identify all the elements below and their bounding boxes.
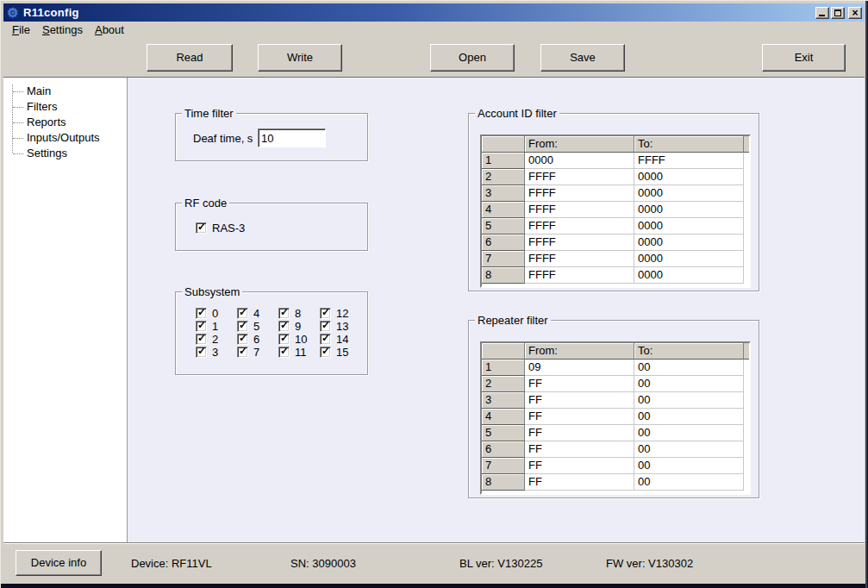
repeater-row-2-number[interactable]: 2 [482,376,525,392]
account-row-8-to[interactable]: 0000 [634,267,744,284]
checkbox-checked-icon[interactable] [196,308,207,319]
subsystem-checkbox-0[interactable]: 0 [196,307,237,320]
subsystem-checkbox-3[interactable]: 3 [196,346,237,359]
ras3-checkbox[interactable]: RAS-3 [196,222,245,235]
repeater-row-3-to[interactable]: 00 [634,392,744,409]
minimize-button[interactable] [815,7,829,19]
checkbox-checked-icon[interactable] [278,334,290,345]
subsystem-checkbox-2[interactable]: 2 [196,333,237,346]
menu-item-settings[interactable]: Settings [36,22,89,37]
repeater-row-2-to[interactable]: 00 [634,376,744,392]
account-row-6-from[interactable]: FFFF [525,235,634,251]
sidebar-item-filters[interactable]: Filters [3,99,127,115]
subsystem-checkbox-6[interactable]: 6 [237,333,278,346]
save-button[interactable]: Save [540,44,625,72]
repeater-row-5-number[interactable]: 5 [482,425,525,441]
repeater-row-5-to[interactable]: 00 [634,425,744,441]
sidebar-item-inputs-outputs[interactable]: Inputs/Outputs [3,130,127,146]
repeater-row-8-to[interactable]: 00 [634,474,744,491]
account-row-4-to[interactable]: 0000 [634,202,744,218]
checkbox-checked-icon[interactable] [278,347,290,358]
subsystem-checkbox-10[interactable]: 10 [278,333,320,346]
repeater-row-4-from[interactable]: FF [525,409,634,425]
subsystem-checkbox-14[interactable]: 14 [320,333,361,346]
checkbox-checked-icon[interactable] [320,334,331,345]
subsystem-checkbox-12[interactable]: 12 [320,307,361,320]
repeater-row-5-from[interactable]: FF [525,425,634,441]
repeater-row-3-number[interactable]: 3 [482,392,525,409]
subsystem-checkbox-7[interactable]: 7 [237,346,278,359]
repeater-row-6-from[interactable]: FF [525,441,634,458]
read-button[interactable]: Read [147,44,233,72]
exit-button[interactable]: Exit [762,44,846,72]
subsystem-checkbox-5[interactable]: 5 [237,320,278,333]
account-row-4-number[interactable]: 4 [482,202,525,218]
subsystem-checkbox-4[interactable]: 4 [237,307,278,320]
account-row-7-number[interactable]: 7 [482,251,525,267]
account-row-3-number[interactable]: 3 [482,185,525,202]
checkbox-checked-icon[interactable] [237,334,248,345]
repeater-row-7-number[interactable]: 7 [482,458,525,474]
checkbox-checked-icon[interactable] [320,347,331,358]
subsystem-checkbox-13[interactable]: 13 [320,320,361,333]
account-row-2-to[interactable]: 0000 [634,169,744,185]
checkbox-checked-icon[interactable] [320,308,331,319]
checkbox-checked-icon[interactable] [196,347,207,358]
repeater-row-6-number[interactable]: 6 [482,441,525,458]
account-row-5-number[interactable]: 5 [482,218,525,235]
account-row-1-number[interactable]: 1 [482,153,525,169]
account-row-1-from[interactable]: 0000 [525,153,634,169]
device-info-button[interactable]: Device info [16,550,102,576]
account-row-3-to[interactable]: 0000 [634,185,744,202]
subsystem-checkbox-11[interactable]: 11 [278,346,320,359]
checkbox-checked-icon[interactable] [237,308,248,319]
account-row-6-to[interactable]: 0000 [634,235,744,251]
account-row-5-to[interactable]: 0000 [634,218,744,235]
write-button[interactable]: Write [258,44,342,72]
subsystem-checkbox-1[interactable]: 1 [196,320,237,333]
repeater-row-8-from[interactable]: FF [525,474,634,491]
checkbox-checked-icon[interactable] [237,347,248,358]
account-row-1-to[interactable]: FFFF [634,153,744,169]
repeater-row-4-to[interactable]: 00 [634,409,744,425]
checkbox-checked-icon[interactable] [237,321,248,332]
checkbox-checked-icon[interactable] [320,321,331,332]
repeater-row-1-to[interactable]: 00 [634,360,744,376]
menu-item-file[interactable]: File [6,22,36,37]
account-row-8-number[interactable]: 8 [482,267,525,284]
open-button[interactable]: Open [430,44,515,72]
repeater-row-6-to[interactable]: 00 [634,441,744,458]
subsystem-checkbox-15[interactable]: 15 [320,346,361,359]
repeater-row-1-from[interactable]: 09 [525,360,634,376]
checkbox-checked-icon[interactable] [196,222,207,234]
menu-item-about[interactable]: About [89,22,130,37]
deaf-time-input[interactable] [258,128,326,147]
close-button[interactable]: × [848,7,862,19]
sidebar-item-settings[interactable]: Settings [3,146,127,161]
repeater-row-2-from[interactable]: FF [525,376,634,392]
account-row-5-from[interactable]: FFFF [525,218,634,235]
repeater-row-7-to[interactable]: 00 [634,458,744,474]
repeater-row-1-number[interactable]: 1 [482,360,525,376]
checkbox-checked-icon[interactable] [278,321,290,332]
subsystem-checkbox-8[interactable]: 8 [278,307,320,320]
account-row-3-from[interactable]: FFFF [525,185,634,202]
repeater-row-8-number[interactable]: 8 [482,474,525,491]
repeater-row-4-number[interactable]: 4 [482,409,525,425]
subsystem-checkbox-9[interactable]: 9 [278,320,320,333]
repeater-row-7-from[interactable]: FF [525,458,634,474]
account-row-6-number[interactable]: 6 [482,235,525,251]
account-row-4-from[interactable]: FFFF [525,202,634,218]
maximize-button[interactable] [831,7,845,19]
repeater-row-3-from[interactable]: FF [525,392,634,409]
account-row-7-to[interactable]: 0000 [634,251,744,267]
checkbox-checked-icon[interactable] [196,334,207,345]
account-row-2-from[interactable]: FFFF [525,169,634,185]
account-row-7-from[interactable]: FFFF [525,251,634,267]
sidebar-item-reports[interactable]: Reports [3,115,127,130]
titlebar[interactable]: ⚙ R11config × [3,3,865,22]
account-row-8-from[interactable]: FFFF [525,267,634,284]
checkbox-checked-icon[interactable] [196,321,207,332]
sidebar-item-main[interactable]: Main [3,84,127,99]
checkbox-checked-icon[interactable] [278,308,290,319]
